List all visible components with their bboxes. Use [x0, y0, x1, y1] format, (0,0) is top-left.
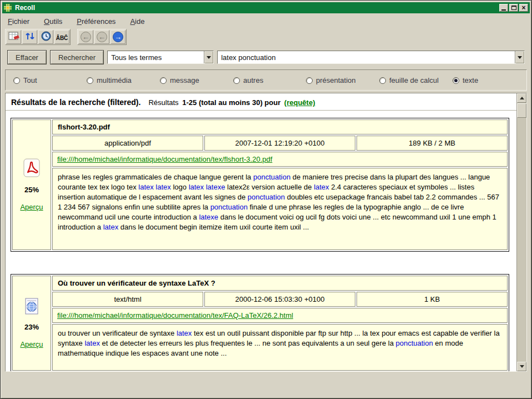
radio-icon: [379, 77, 386, 84]
window-controls: ×: [498, 4, 528, 12]
menu-aide[interactable]: Aide: [128, 17, 146, 26]
result-title: flshort-3.20.pdf: [52, 119, 508, 134]
search-mode-value: Tous les termes: [108, 51, 204, 63]
query-input[interactable]: latex ponctuation: [217, 51, 525, 64]
relevance-percent: 25%: [13, 186, 51, 194]
filter-radio-message[interactable]: message: [160, 76, 199, 84]
menubar: FichierOutilsPréférencesAide: [6, 16, 146, 27]
preview-link[interactable]: Aperçu: [20, 340, 43, 348]
relevance-percent: 23%: [13, 323, 51, 331]
html-file-icon: [13, 298, 51, 316]
result-left-cell: 23% Aperçu: [12, 276, 51, 371]
result-url-link[interactable]: file:///home/michael/informatique/docume…: [57, 311, 293, 320]
menu-fichier[interactable]: Fichier: [6, 17, 31, 26]
result-item: 23% Aperçu Où trouver un vérificateur de…: [11, 274, 509, 371]
first-page-icon: ←: [81, 32, 91, 42]
result-date: 2000-12-06 15:03:30 +0100: [204, 292, 355, 307]
arrow-down-icon: [520, 365, 524, 368]
preview-link[interactable]: Aperçu: [20, 203, 43, 211]
maximize-button[interactable]: [509, 4, 518, 12]
query-details-link[interactable]: (requête): [284, 98, 315, 107]
result-size: 1 KB: [357, 292, 508, 307]
chevron-down-icon: [518, 56, 522, 59]
recoll-window: Recoll × FichierOutilsPréférencesAide ÂB…: [0, 0, 532, 399]
previous-page-icon: ←: [97, 32, 107, 42]
term-explorer-button[interactable]: ÂBĈ: [54, 30, 69, 44]
clear-button[interactable]: Effacer: [7, 50, 47, 64]
menu-outils[interactable]: Outils: [42, 17, 64, 26]
search-mode-select[interactable]: Tous les termes: [107, 51, 214, 64]
search-button[interactable]: Rechercher: [50, 50, 104, 64]
results-title: Résultats de la recherche (filtered).: [11, 98, 140, 107]
results-panel: Résultats de la recherche (filtered).Rés…: [5, 93, 527, 372]
radio-selected-icon: [453, 77, 459, 84]
filter-label: autres: [243, 76, 263, 84]
document-history-icon: [41, 31, 51, 43]
previous-page-button[interactable]: ←: [94, 30, 109, 44]
vertical-scrollbar[interactable]: [516, 93, 526, 371]
filter-label: texte: [463, 76, 478, 84]
next-page-icon: →: [113, 32, 123, 42]
first-page-button[interactable]: ←: [78, 30, 93, 44]
radio-icon: [306, 77, 313, 84]
scroll-down-button[interactable]: [517, 362, 526, 371]
minimize-button[interactable]: [499, 4, 508, 12]
result-date: 2007-12-01 12:19:20 +0100: [204, 136, 355, 151]
query-history-arrow[interactable]: [515, 51, 524, 63]
filter-label: Tout: [23, 76, 37, 84]
result-url-link[interactable]: file:///home/michael/informatique/docume…: [57, 155, 272, 163]
toolbar-group-2: ←←→: [77, 29, 127, 45]
sort-parameters-button[interactable]: [22, 30, 37, 44]
scrollbar-thumb[interactable]: [517, 103, 526, 118]
results-summary: Résultats 1-25 (total au moins 30) pour …: [148, 98, 315, 107]
document-history-button[interactable]: [38, 30, 53, 44]
result-title: Où trouver un vérificateur de syntaxe La…: [52, 276, 508, 291]
category-filter-frame: Toutmultimédiamessageautresprésentationf…: [5, 69, 527, 91]
scroll-up-button[interactable]: [517, 93, 526, 103]
result-left-cell: 25% Aperçu: [12, 119, 51, 250]
radio-icon: [160, 77, 167, 84]
chevron-down-icon: [207, 56, 211, 59]
menu-preferences[interactable]: Préférences: [75, 17, 117, 26]
titlebar: Recoll ×: [2, 2, 530, 13]
filter-radio-autres[interactable]: autres: [233, 76, 263, 84]
filter-label: présentation: [316, 76, 356, 84]
result-mime: text/html: [52, 292, 203, 307]
results-list: 25% Aperçu flshort-3.20.pdf application/…: [6, 111, 516, 371]
clear-search-icon: [8, 31, 19, 43]
term-explorer-icon: ÂBĈ: [56, 32, 68, 42]
pdf-file-icon: [13, 158, 51, 179]
radio-icon: [87, 77, 93, 84]
clear-search-button[interactable]: [6, 30, 21, 44]
filter-label: message: [170, 76, 199, 84]
mode-dropdown-arrow[interactable]: [204, 51, 213, 63]
filter-radio-texte[interactable]: texte: [453, 76, 478, 84]
arrow-up-icon: [520, 97, 524, 99]
results-range: 1-25 (total au moins 30) pour: [182, 98, 280, 107]
recoll-logo-icon: [4, 4, 12, 12]
next-page-button[interactable]: →: [111, 30, 126, 44]
result-item: 25% Aperçu flshort-3.20.pdf application/…: [11, 118, 509, 252]
filter-label: feuille de calcul: [389, 76, 439, 84]
result-abstract: ou trouver un verificateur de syntaxe la…: [52, 324, 508, 371]
toolbar: ÂBĈ ←←→: [5, 29, 127, 45]
filter-radio-presentation[interactable]: présentation: [306, 76, 356, 84]
window-title: Recoll: [15, 4, 498, 12]
query-value: latex ponctuation: [218, 51, 515, 63]
filter-radio-multimedia[interactable]: multimédia: [87, 76, 132, 84]
result-abstract: phrase les regles grammaticales de chaqu…: [52, 168, 508, 250]
search-row: Effacer Rechercher Tous les termes latex…: [7, 50, 525, 64]
results-header: Résultats de la recherche (filtered).Rés…: [6, 93, 516, 111]
result-mime: application/pdf: [52, 136, 203, 151]
toolbar-group-1: ÂBĈ: [5, 29, 71, 45]
results-prefix: Résultats: [148, 98, 178, 107]
filter-label: multimédia: [97, 76, 132, 84]
close-button[interactable]: ×: [519, 4, 528, 12]
filter-radio-tout[interactable]: Tout: [13, 76, 37, 84]
radio-icon: [13, 77, 20, 84]
sort-parameters-icon: [25, 31, 35, 43]
result-size: 189 KB / 2 MB: [357, 136, 508, 151]
filter-radio-feuille-de-calcul[interactable]: feuille de calcul: [379, 76, 439, 84]
radio-icon: [233, 77, 240, 84]
